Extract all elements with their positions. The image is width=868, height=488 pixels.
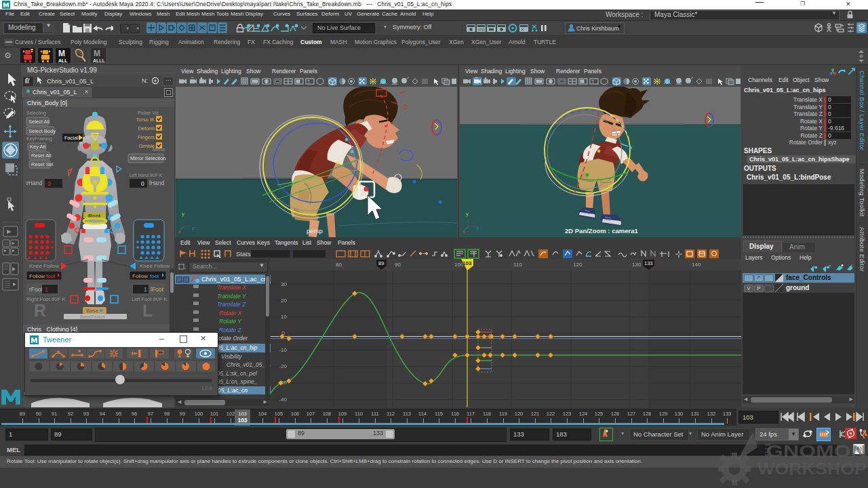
- svg-text:Key All: Key All: [30, 144, 45, 150]
- svg-text:130: 130: [632, 262, 642, 268]
- svg-text:y: y: [182, 211, 184, 217]
- svg-text:z: z: [192, 226, 195, 230]
- svg-text:-40: -40: [279, 396, 287, 403]
- svg-text:80: 80: [336, 262, 342, 268]
- svg-text:133: 133: [644, 260, 653, 266]
- svg-text:GNOMON: GNOMON: [766, 442, 867, 460]
- svg-text:89: 89: [378, 260, 384, 266]
- svg-text:ALL: ALL: [58, 58, 68, 63]
- svg-text:110: 110: [513, 262, 522, 268]
- svg-text:y: y: [466, 211, 469, 217]
- svg-text:30: 30: [281, 281, 287, 287]
- svg-text:0: 0: [141, 180, 144, 187]
- svg-text:Facial: Facial: [64, 135, 78, 141]
- svg-text:Stats: Stats: [236, 250, 251, 258]
- svg-text:140: 140: [692, 262, 701, 268]
- svg-text:WORKSHOP: WORKSHOP: [757, 460, 867, 478]
- svg-text:T: T: [307, 79, 311, 84]
- svg-text:Knee Follow: Knee Follow: [29, 263, 59, 269]
- svg-text:2D Pan/Zoom : camera1: 2D Pan/Zoom : camera1: [565, 227, 638, 235]
- svg-text:z: z: [476, 226, 479, 230]
- svg-text:M: M: [94, 49, 100, 58]
- svg-text:-10: -10: [279, 347, 287, 353]
- svg-text:0: 0: [47, 180, 51, 187]
- svg-text:ALLL: ALLL: [93, 58, 106, 63]
- svg-text:Mirror Selection: Mirror Selection: [130, 155, 166, 161]
- svg-text:lFoot: lFoot: [151, 286, 164, 293]
- svg-text:persp: persp: [307, 227, 323, 235]
- svg-text:Deform: Deform: [138, 125, 155, 131]
- svg-text:M: M: [58, 49, 65, 58]
- svg-text:KeyFraming: KeyFraming: [26, 136, 52, 142]
- svg-text:1: 1: [45, 286, 48, 293]
- svg-text:rFoot: rFoot: [29, 286, 43, 293]
- svg-text:Select Body: Select Body: [28, 128, 56, 134]
- svg-text:Follow: Follow: [29, 273, 45, 279]
- svg-text:Mirror: Mirror: [153, 147, 165, 152]
- svg-text:Knee Follow: Knee Follow: [140, 263, 170, 269]
- svg-text:-20: -20: [279, 363, 287, 369]
- svg-text:foot: foot: [46, 273, 56, 279]
- svg-text:L: L: [142, 301, 153, 320]
- svg-text:1: 1: [144, 286, 147, 293]
- svg-text:Fingers: Fingers: [138, 134, 155, 140]
- svg-text:lHand: lHand: [149, 180, 164, 186]
- svg-text:Reset All: Reset All: [31, 152, 52, 159]
- svg-text:90: 90: [395, 262, 401, 268]
- svg-text:R: R: [34, 301, 46, 320]
- svg-text:Reset Sel: Reset Sel: [31, 161, 54, 167]
- svg-text:Chris_Body [0]: Chris_Body [0]: [27, 100, 67, 106]
- svg-text:Base: Base: [86, 308, 99, 314]
- svg-text:Picker Viz: Picker Viz: [138, 110, 159, 115]
- svg-text:Left Hand IK/F K: Left Hand IK/F K: [130, 173, 163, 178]
- svg-text:x: x: [178, 229, 181, 234]
- svg-text:103: 103: [462, 260, 472, 266]
- svg-text:rHand: rHand: [26, 180, 42, 186]
- svg-text:foot: foot: [150, 273, 159, 279]
- svg-text:x: x: [462, 229, 465, 234]
- svg-text:Select All: Select All: [28, 119, 50, 125]
- svg-text:Selecting: Selecting: [26, 110, 46, 116]
- svg-text:20: 20: [281, 298, 287, 304]
- svg-text:BaseParent: BaseParent: [80, 314, 105, 319]
- svg-text:Follow: Follow: [132, 273, 148, 279]
- svg-text:IPR: IPR: [478, 28, 486, 32]
- svg-text:120: 120: [573, 262, 583, 268]
- svg-text:10: 10: [281, 314, 287, 320]
- svg-text:T: T: [591, 79, 595, 84]
- svg-text:Torso IK: Torso IK: [136, 117, 155, 123]
